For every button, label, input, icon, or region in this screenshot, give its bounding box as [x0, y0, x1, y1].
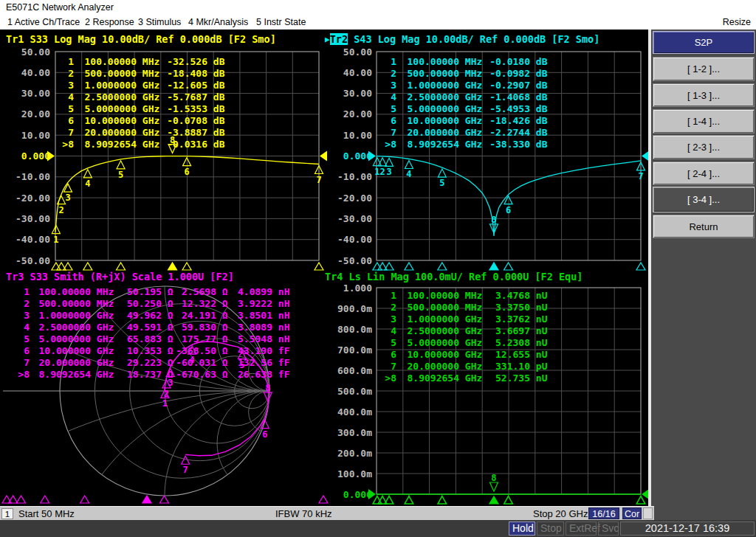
- menu-active-ch-trace[interactable]: 1 Active Ch/Trace: [7, 15, 80, 30]
- tr1-name: Tr1: [6, 33, 24, 45]
- marker-table-row: >88.9092654 GHz-0.0316 dB: [55, 139, 230, 150]
- svg-text:40.00: 40.00: [343, 67, 372, 78]
- tr3-format: S33 Smith (R+jX) Scale 1.000U [F2]: [24, 271, 233, 283]
- svg-text:700.0m: 700.0m: [337, 344, 372, 356]
- softkey-1-3[interactable]: [ 1-3 ]...: [653, 83, 755, 107]
- svg-text:6: 6: [506, 205, 511, 215]
- marker-table-row: 720.000000 GHz29.223 Ω-60.031 Ω132.56 fF: [9, 357, 292, 369]
- svg-text:500.0m: 500.0m: [337, 386, 372, 397]
- softkey-1-2[interactable]: [ 1-2 ]...: [653, 57, 755, 81]
- svg-text:30.00: 30.00: [343, 88, 372, 99]
- start-frequency: Start 50 MHz: [18, 507, 75, 520]
- instrument-status-bar: Hold Stop ExtRef Svc 2021-12-17 16:39: [0, 520, 756, 537]
- svg-text:0.000: 0.000: [21, 150, 50, 162]
- menu-stimulus[interactable]: 3 Stimulus: [138, 15, 181, 30]
- svg-text:-50.00: -50.00: [16, 255, 50, 266]
- svg-text:40.00: 40.00: [21, 67, 50, 78]
- marker-table-row: 720.000000 GHz-3.8887 dB: [55, 127, 230, 139]
- points-badge: 16/16: [588, 507, 619, 519]
- svg-text:4: 4: [85, 179, 90, 189]
- svg-text:-40.00: -40.00: [337, 234, 372, 245]
- tr2-header: ▶Tr2 S43 Log Mag 10.00dB/ Ref 0.000dB [F…: [325, 33, 599, 45]
- marker-table-row: 31.0000000 GHz49.962 Ω24.191 Ω3.8501 nH: [9, 310, 292, 322]
- svg-text:8: 8: [265, 383, 270, 393]
- svg-text:2: 2: [164, 389, 169, 399]
- ifbw-value: IFBW 70 kHz: [275, 507, 332, 520]
- extref-indicator[interactable]: ExtRef: [566, 522, 597, 536]
- marker-table-row: 55.0000000 GHz-1.5353 dB: [55, 103, 230, 115]
- svc-indicator[interactable]: Svc: [598, 522, 619, 536]
- tr3-marker-table: 1100.00000 MHz50.195 Ω2.5698 Ω4.0899 nH2…: [9, 286, 292, 381]
- svg-text:-50.00: -50.00: [337, 255, 372, 266]
- svg-text:-20.00: -20.00: [16, 193, 50, 204]
- menu-response[interactable]: 2 Response: [85, 15, 134, 30]
- app-window: E5071C Network Analyzer 1 Active Ch/Trac…: [0, 0, 756, 537]
- marker-table-row: 2500.00000 MHz3.3750 nU: [377, 302, 552, 313]
- marker-table-row: 610.000000 GHz10.353 Ω-368.50 Ω43.190 fF: [9, 345, 292, 357]
- svg-text:800.0m: 800.0m: [337, 324, 372, 335]
- marker-table-row: 610.000000 GHz-18.426 dB: [377, 115, 552, 127]
- datetime-display: 2021-12-17 16:39: [620, 522, 755, 536]
- svg-text:900.0m: 900.0m: [337, 303, 372, 314]
- marker-table-row: 1100.00000 MHz3.4768 nU: [377, 290, 552, 302]
- svg-text:20.00: 20.00: [343, 108, 372, 119]
- svg-text:5: 5: [118, 170, 123, 180]
- softkey-2-4[interactable]: [ 2-4 ]...: [653, 162, 755, 185]
- softkey-return[interactable]: Return: [653, 215, 755, 238]
- tr1-marker-table: 1100.00000 MHz-32.526 dB2500.00000 MHz-1…: [55, 56, 230, 150]
- svg-text:2: 2: [379, 167, 385, 177]
- channel-number: 1: [1, 508, 13, 519]
- svg-text:50.00: 50.00: [343, 46, 372, 58]
- svg-text:20.00: 20.00: [21, 108, 50, 119]
- svg-text:-30.00: -30.00: [16, 213, 50, 224]
- svg-text:0.000: 0.000: [343, 150, 372, 162]
- stimulus-status-bar: 1 Start 50 MHz IFBW 70 kHz Stop 20 GHz 1…: [0, 506, 654, 520]
- marker-table-row: 42.5000000 GHz-5.7687 dB: [55, 91, 230, 103]
- menu-bar: 1 Active Ch/Trace 2 Response 3 Stimulus …: [0, 15, 756, 30]
- svg-text:3: 3: [65, 193, 70, 203]
- active-trace-arrow-icon: ▶: [325, 35, 330, 44]
- tr4-marker-table: 1100.00000 MHz3.4768 nU2500.00000 MHz3.3…: [377, 290, 552, 384]
- softkey-3-4[interactable]: [ 3-4 ]...: [653, 187, 755, 212]
- svg-text:400.0m: 400.0m: [337, 406, 372, 418]
- svg-text:50.00: 50.00: [21, 46, 50, 58]
- marker-table-row: 2500.00000 MHz-0.0982 dB: [377, 68, 552, 80]
- svg-text:1: 1: [53, 235, 58, 245]
- softkey-2-3[interactable]: [ 2-3 ]...: [653, 135, 755, 159]
- marker-table-row: 610.000000 GHz12.655 nU: [377, 349, 552, 361]
- marker-table-row: 720.000000 GHz-2.2744 dB: [377, 127, 552, 139]
- tr2-name: Tr2: [330, 33, 348, 45]
- svg-text:30.00: 30.00: [21, 88, 50, 99]
- tr4-format: Ls Lin Mag 100.0mU/ Ref 0.000U [F2 Equ]: [343, 271, 583, 283]
- menu-mkr-analysis[interactable]: 4 Mkr/Analysis: [188, 15, 248, 30]
- marker-table-row: 1100.00000 MHz50.195 Ω2.5698 Ω4.0899 nH: [9, 286, 292, 298]
- menu-instr-state[interactable]: 5 Instr State: [256, 15, 306, 30]
- marker-table-row: >88.9092654 GHz18.737 Ω-670.63 Ω26.638 f…: [9, 369, 292, 381]
- tr3-header: Tr3 S33 Smith (R+jX) Scale 1.000U [F2]: [6, 271, 234, 283]
- svg-text:7: 7: [638, 171, 643, 181]
- resize-control[interactable]: Resize: [723, 15, 751, 30]
- tr1-format: S33 Log Mag 10.00dB/ Ref 0.000dB [F2 Smo…: [24, 33, 275, 45]
- tr2-marker-table: 1100.00000 MHz-0.0180 dB2500.00000 MHz-0…: [377, 56, 552, 150]
- marker-table-row: >88.9092654 GHz52.735 nU: [377, 373, 552, 384]
- marker-table-row: 1100.00000 MHz-32.526 dB: [55, 56, 230, 68]
- marker-table-row: 55.0000000 GHz5.2308 nU: [377, 337, 552, 349]
- tr4-header: Tr4 Ls Lin Mag 100.0mU/ Ref 0.000U [F2 E…: [325, 271, 583, 283]
- svg-text:1: 1: [374, 167, 379, 177]
- svg-text:7: 7: [316, 175, 321, 185]
- svg-text:-40.00: -40.00: [16, 234, 50, 245]
- tr3-name: Tr3: [6, 271, 24, 283]
- softkey-s2p[interactable]: S2P: [653, 31, 755, 54]
- marker-table-row: 2500.00000 MHz50.250 Ω12.322 Ω3.9222 nH: [9, 298, 292, 310]
- hold-indicator[interactable]: Hold: [509, 522, 535, 536]
- svg-text:100.0m: 100.0m: [337, 468, 372, 479]
- softkey-1-4[interactable]: [ 1-4 ]...: [653, 109, 755, 134]
- marker-table-row: 55.0000000 GHz-5.4953 dB: [377, 103, 552, 115]
- window-title: E5071C Network Analyzer: [0, 0, 756, 15]
- marker-table-row: 31.0000000 GHz-12.605 dB: [55, 80, 230, 91]
- stop-indicator[interactable]: Stop: [537, 522, 564, 536]
- svg-text:8: 8: [491, 473, 496, 483]
- stop-frequency: Stop 20 GHz: [533, 507, 588, 520]
- svg-text:-10.00: -10.00: [337, 171, 372, 182]
- marker-table-row: 55.0000000 GHz65.883 Ω175.77 Ω5.5948 nH: [9, 333, 292, 345]
